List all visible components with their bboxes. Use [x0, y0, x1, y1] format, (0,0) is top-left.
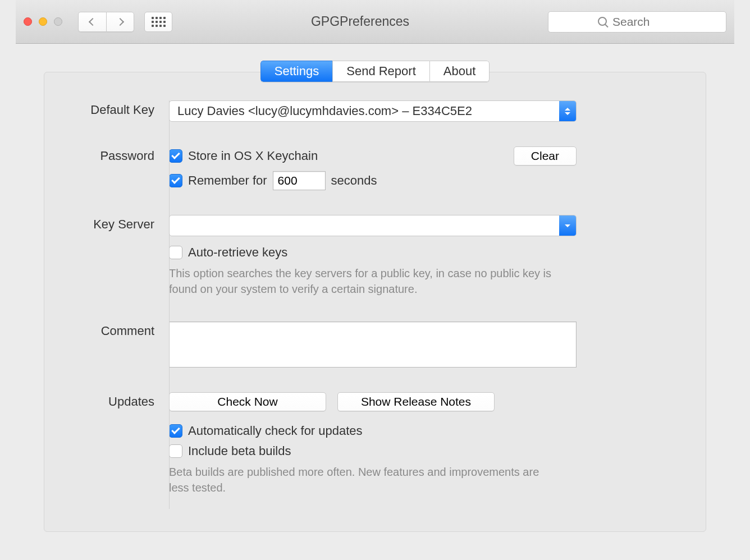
release-notes-button[interactable]: Show Release Notes [337, 392, 495, 411]
beta-builds-checkbox[interactable] [169, 444, 182, 458]
grid-icon [152, 17, 166, 27]
chevron-right-icon [116, 17, 124, 25]
tab-send-report[interactable]: Send Report [332, 61, 429, 82]
show-all-button[interactable] [144, 12, 172, 32]
remember-checkbox[interactable] [169, 174, 182, 187]
beta-help: Beta builds are published more often. Ne… [169, 464, 562, 495]
tab-settings[interactable]: Settings [260, 61, 333, 82]
auto-retrieve-checkbox[interactable] [169, 246, 182, 259]
search-input[interactable] [612, 15, 719, 29]
store-keychain-label: Store in OS X Keychain [188, 149, 318, 163]
store-keychain-checkbox[interactable] [169, 149, 182, 163]
check-icon [171, 175, 180, 184]
key-server-select[interactable] [169, 215, 577, 236]
remember-label: Remember for [188, 173, 267, 188]
label-updates: Updates [65, 392, 154, 409]
content-area: Settings Send Report About Default Key L… [16, 44, 734, 549]
settings-panel: Default Key Lucy Davies <lucy@lucymhdavi… [44, 72, 706, 532]
comment-input[interactable] [169, 322, 577, 368]
label-default-key: Default Key [65, 100, 154, 117]
label-password: Password [65, 146, 154, 163]
search-icon [598, 17, 608, 27]
chevron-down-icon [559, 215, 576, 236]
auto-retrieve-label: Auto-retrieve keys [188, 245, 287, 260]
forward-button[interactable] [106, 12, 134, 32]
divider [169, 100, 170, 509]
nav-group [78, 12, 134, 32]
traffic-lights [24, 17, 62, 26]
back-button[interactable] [78, 12, 106, 32]
titlebar: GPGPreferences [16, 0, 734, 44]
chevron-updown-icon [559, 101, 576, 121]
window-title: GPGPreferences [178, 14, 542, 29]
tab-about[interactable]: About [429, 61, 490, 82]
chevron-left-icon [88, 17, 96, 25]
preferences-window: GPGPreferences Settings Send Report Abou… [16, 0, 734, 539]
clear-button[interactable]: Clear [514, 146, 577, 166]
label-key-server: Key Server [65, 215, 154, 232]
remember-seconds-input[interactable] [273, 171, 326, 190]
check-now-button[interactable]: Check Now [169, 392, 326, 411]
default-key-select[interactable]: Lucy Davies <lucy@lucymhdavies.com> – E3… [169, 100, 577, 122]
maximize-icon [54, 17, 62, 26]
close-icon[interactable] [24, 17, 32, 26]
auto-updates-checkbox[interactable] [169, 424, 182, 438]
label-comment: Comment [65, 322, 154, 338]
default-key-value: Lucy Davies <lucy@lucymhdavies.com> – E3… [177, 104, 472, 118]
minimize-icon[interactable] [39, 17, 47, 26]
auto-updates-label: Automatically check for updates [188, 424, 363, 438]
tab-bar: Settings Send Report About [44, 61, 706, 82]
check-icon [171, 425, 180, 434]
beta-builds-label: Include beta builds [188, 444, 291, 458]
check-icon [171, 150, 180, 159]
seconds-label: seconds [331, 173, 377, 188]
auto-retrieve-help: This option searches the key servers for… [169, 265, 562, 297]
search-field[interactable] [548, 11, 726, 33]
